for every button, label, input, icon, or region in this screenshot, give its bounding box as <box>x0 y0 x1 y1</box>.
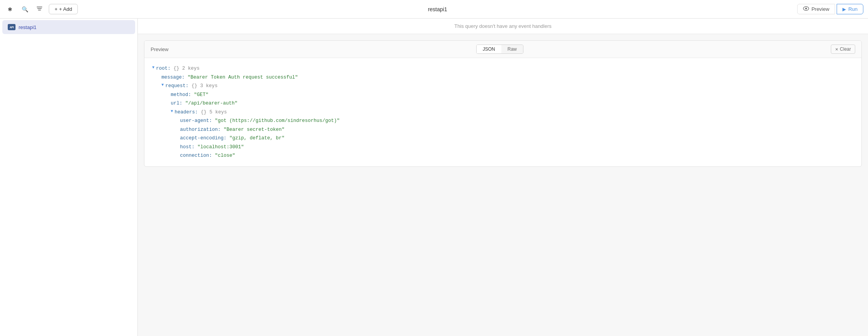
tab-json[interactable]: JSON <box>477 45 501 53</box>
json-authorization-row: authorization: "Bearer secret-token" <box>152 125 854 134</box>
json-message-row: message: "Bearer Token Auth request succ… <box>152 73 854 82</box>
play-icon: ▶ <box>842 7 846 12</box>
authorization-value: "Bearer secret-token" <box>224 125 285 134</box>
json-method-row: method: "GET" <box>152 91 854 99</box>
connection-value: "close" <box>215 151 235 160</box>
tab-raw[interactable]: Raw <box>501 45 523 53</box>
add-icon: + <box>55 6 58 12</box>
top-bar-right: Preview ▶ Run <box>797 4 863 14</box>
api-icon: API <box>8 24 15 30</box>
sidebar-item-label: restapi1 <box>19 24 36 30</box>
accept-encoding-key: accept-encoding: <box>180 134 226 143</box>
method-key: method: <box>171 91 191 99</box>
json-viewer: ▼ root: {} 2 keys message: "Bearer Token… <box>144 58 861 166</box>
json-accept-encoding-row: accept-encoding: "gzip, deflate, br" <box>152 134 854 143</box>
add-button[interactable]: + + Add <box>49 4 78 14</box>
run-button[interactable]: ▶ Run <box>837 4 863 14</box>
message-value: "Bearer Token Auth request successful" <box>188 73 298 82</box>
eye-icon <box>803 6 809 12</box>
connection-key: connection: <box>180 151 212 160</box>
request-meta: {} 3 keys <box>192 82 218 91</box>
url-key: url: <box>171 99 182 108</box>
event-banner: This query doesn't have any event handle… <box>138 19 868 34</box>
add-label: + Add <box>59 6 72 12</box>
json-host-row: host: "localhost:3001" <box>152 143 854 152</box>
sidebar-item-restapi1[interactable]: API restapi1 <box>2 20 135 34</box>
json-request-row: ▼ request: {} 3 keys <box>152 82 854 91</box>
user-agent-value: "got (https://github.com/sindresorhus/go… <box>215 117 340 125</box>
root-key: root: <box>156 64 171 73</box>
preview-panel: Preview JSON Raw ✕ Clear <box>144 40 862 167</box>
message-key: message: <box>161 73 185 82</box>
preview-section: Preview JSON Raw ✕ Clear <box>138 34 868 336</box>
headers-key: headers: <box>175 108 198 117</box>
json-user-agent-row: user-agent: "got (https://github.com/sin… <box>152 117 854 125</box>
filter-icon <box>37 6 42 12</box>
user-agent-key: user-agent: <box>180 117 212 125</box>
run-label: Run <box>848 6 858 12</box>
main-layout: API restapi1 This query doesn't have any… <box>0 19 868 336</box>
top-bar: ✱ 🔍 + + Add restapi1 Preview ▶ Run <box>0 0 868 19</box>
preview-button[interactable]: Preview <box>797 4 835 14</box>
json-connection-row: connection: "close" <box>152 151 854 160</box>
accept-encoding-value: "gzip, deflate, br" <box>230 134 285 143</box>
json-root-row: ▼ root: {} 2 keys <box>152 64 854 73</box>
headers-meta: {} 5 keys <box>201 108 227 117</box>
host-key: host: <box>180 143 195 152</box>
json-headers-row: ▼ headers: {} 5 keys <box>152 108 854 117</box>
clear-label: Clear <box>840 46 851 52</box>
clear-icon: ✕ <box>835 47 838 51</box>
page-title: restapi1 <box>81 6 794 12</box>
pin-button[interactable]: ✱ <box>5 4 15 15</box>
clear-button[interactable]: ✕ Clear <box>831 45 855 54</box>
tab-group: JSON Raw <box>476 45 523 54</box>
url-value: "/api/bearer-auth" <box>185 99 238 108</box>
preview-controls: JSON Raw <box>476 45 523 54</box>
filter-button[interactable] <box>34 4 45 15</box>
content-area: This query doesn't have any event handle… <box>138 19 868 336</box>
request-key: request: <box>165 82 189 91</box>
pin-icon: ✱ <box>8 6 12 12</box>
request-collapse-arrow[interactable]: ▼ <box>161 82 164 89</box>
json-url-row: url: "/api/bearer-auth" <box>152 99 854 108</box>
search-button[interactable]: 🔍 <box>19 4 30 15</box>
method-value: "GET" <box>194 91 209 99</box>
preview-panel-label: Preview <box>151 46 168 52</box>
headers-collapse-arrow[interactable]: ▼ <box>171 108 173 115</box>
svg-point-1 <box>805 8 807 9</box>
top-bar-left: ✱ 🔍 + + Add <box>5 4 78 15</box>
host-value: "localhost:3001" <box>197 143 244 152</box>
preview-label: Preview <box>811 6 829 12</box>
search-icon: 🔍 <box>22 6 28 12</box>
root-meta: {} 2 keys <box>173 64 200 73</box>
root-collapse-arrow[interactable]: ▼ <box>152 64 154 71</box>
preview-header: Preview JSON Raw ✕ Clear <box>144 41 861 58</box>
sidebar: API restapi1 <box>0 19 138 336</box>
authorization-key: authorization: <box>180 125 221 134</box>
